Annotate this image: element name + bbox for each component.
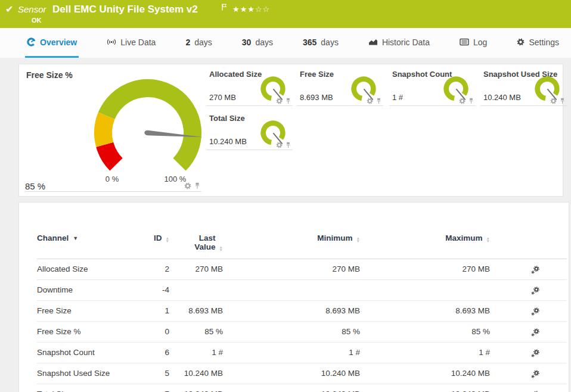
column-header-id[interactable]: ID▲▼ xyxy=(132,220,169,259)
channel-settings-icon[interactable] xyxy=(531,390,540,392)
main-gauge-value: 85 % xyxy=(25,181,45,191)
tab-label: days xyxy=(321,38,339,47)
gear-icon[interactable] xyxy=(276,142,283,148)
pin-icon[interactable] xyxy=(468,98,474,104)
gear-icon[interactable] xyxy=(184,182,191,189)
channel-last-value: 10.240 MB xyxy=(169,384,223,392)
sensor-header: ✔ Sensor Dell EMC Unity File System v2 ★… xyxy=(0,0,571,28)
column-header-maximum[interactable]: Maximum▲▼ xyxy=(360,220,490,259)
gauge-title: Allocated Size xyxy=(209,70,262,79)
card-actions xyxy=(550,98,566,104)
channel-settings-icon[interactable] xyxy=(531,328,540,337)
gear-icon xyxy=(517,38,525,46)
channel-name: Free Size xyxy=(37,300,132,321)
tab-live-data[interactable]: Live Data xyxy=(105,28,157,58)
tab-overview[interactable]: Overview xyxy=(25,28,79,58)
channel-id: 0 xyxy=(132,321,169,342)
channel-table-panel: Channel▼ ID▲▼ Last Value▲▼ Minimum▲▼ Max… xyxy=(18,202,569,392)
table-row: Allocated Size 2 270 MB 270 MB 270 MB xyxy=(37,259,567,280)
channel-minimum xyxy=(223,279,360,300)
tab-settings[interactable]: Settings xyxy=(515,28,561,58)
channel-settings-icon[interactable] xyxy=(531,307,540,316)
column-header-settings xyxy=(490,220,567,259)
gear-icon[interactable] xyxy=(276,98,283,104)
tab-historic-data[interactable]: Historic Data xyxy=(367,28,432,58)
priority-flag-icon xyxy=(222,4,227,11)
stars-filled: ★★★ xyxy=(232,5,255,14)
gauge-card-snapshot-count: Snapshot Count 1 # xyxy=(389,67,476,106)
pin-icon[interactable] xyxy=(285,142,291,148)
column-header-minimum[interactable]: Minimum▲▼ xyxy=(223,220,360,259)
card-actions xyxy=(276,142,291,148)
table-row: Total Size 7 10.240 MB 10.240 MB 10.240 … xyxy=(37,384,567,392)
channel-maximum: 1 # xyxy=(360,342,490,363)
tab-label: Settings xyxy=(529,38,559,47)
channel-last-value: 8.693 MB xyxy=(169,300,223,321)
sensor-kind-label: Sensor xyxy=(18,4,46,14)
channel-maximum xyxy=(360,279,490,300)
channel-name: Snapshot Used Size xyxy=(37,363,132,384)
table-row: Downtime -4 xyxy=(37,279,567,300)
sort-icon: ▲▼ xyxy=(166,237,169,242)
gear-icon[interactable] xyxy=(367,98,373,104)
gear-icon[interactable] xyxy=(459,98,466,104)
tab-number: 365 xyxy=(303,38,316,47)
column-header-last-value[interactable]: Last Value▲▼ xyxy=(169,220,223,259)
channel-maximum: 85 % xyxy=(360,321,490,342)
pin-icon[interactable] xyxy=(559,98,566,104)
channel-minimum: 85 % xyxy=(223,321,360,342)
tab-365-days[interactable]: 365 days xyxy=(301,28,340,58)
channel-name: Downtime xyxy=(37,279,132,300)
card-actions xyxy=(459,98,474,104)
channel-settings-icon[interactable] xyxy=(531,349,540,357)
pin-icon[interactable] xyxy=(376,98,382,104)
tab-bar: Overview Live Data 2 days 30 days 365 da… xyxy=(0,28,571,58)
sort-icon: ▲▼ xyxy=(219,245,223,251)
table-header-row: Channel▼ ID▲▼ Last Value▲▼ Minimum▲▼ Max… xyxy=(37,220,567,259)
tab-30-days[interactable]: 30 days xyxy=(240,28,275,58)
tab-number: 2 xyxy=(185,38,190,47)
channel-settings-icon[interactable] xyxy=(531,265,540,274)
tab-label: days xyxy=(194,38,212,47)
channel-id: 7 xyxy=(132,384,169,392)
gear-icon[interactable] xyxy=(550,98,557,104)
channel-settings-icon[interactable] xyxy=(531,286,540,295)
channel-name: Allocated Size xyxy=(37,259,132,280)
sort-icon: ▲▼ xyxy=(356,237,360,242)
gauge-card-free-size: Free Size 8.693 MB xyxy=(297,67,383,106)
gauge-card-total-size: Total Size 10.240 MB xyxy=(206,111,293,150)
channel-settings-icon[interactable] xyxy=(531,369,540,378)
priority-stars[interactable]: ★★★☆☆ xyxy=(232,5,270,14)
channel-maximum: 8.693 MB xyxy=(360,300,490,321)
tab-log[interactable]: Log xyxy=(458,28,489,58)
stars-empty: ☆☆ xyxy=(255,5,270,14)
channel-maximum: 10.240 MB xyxy=(360,363,490,384)
card-actions xyxy=(276,98,291,104)
channel-name: Total Size xyxy=(37,384,132,392)
gauge-value: 10.240 MB xyxy=(209,137,247,146)
sensor-title: Dell EMC Unity File System v2 xyxy=(52,4,198,15)
channel-last-value: 85 % xyxy=(169,321,223,342)
pin-icon[interactable] xyxy=(194,182,201,189)
card-actions xyxy=(367,98,382,104)
channel-maximum: 270 MB xyxy=(360,259,490,280)
table-row: Snapshot Used Size 5 10.240 MB 10.240 MB… xyxy=(37,363,567,384)
channel-name: Snapshot Count xyxy=(37,342,132,363)
channel-id: -4 xyxy=(132,279,169,300)
channel-id: 5 xyxy=(132,363,169,384)
sensor-page: ✔ Sensor Dell EMC Unity File System v2 ★… xyxy=(0,0,571,392)
tab-label: days xyxy=(255,38,273,47)
pin-icon[interactable] xyxy=(285,98,291,104)
tab-label: Historic Data xyxy=(382,38,430,47)
card-actions xyxy=(184,182,201,189)
channel-minimum: 270 MB xyxy=(223,259,360,280)
column-header-channel[interactable]: Channel▼ xyxy=(37,220,132,259)
status-ok-check-icon: ✔ xyxy=(5,4,13,15)
channel-id: 6 xyxy=(132,342,169,363)
channel-id: 1 xyxy=(132,300,169,321)
sensor-status-badge: OK xyxy=(32,17,42,24)
gauge-value: 8.693 MB xyxy=(300,93,333,102)
gauge-value: 270 MB xyxy=(209,93,236,102)
tab-2-days[interactable]: 2 days xyxy=(184,28,213,58)
channel-name: Free Size % xyxy=(37,321,132,342)
